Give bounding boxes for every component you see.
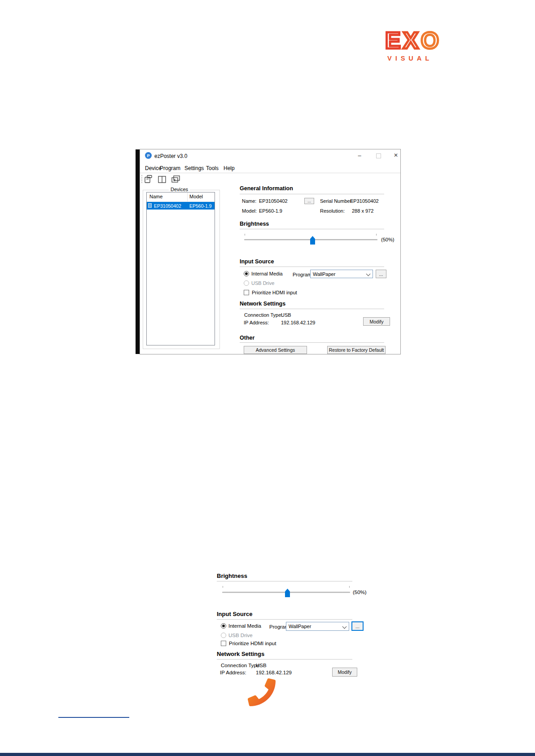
usb-drive-radio[interactable]: [221, 633, 226, 638]
section-title-network: Network Settings: [240, 301, 285, 307]
column-header-model[interactable]: Model: [189, 194, 203, 199]
section-title-input-source: Input Source: [240, 258, 274, 265]
internal-media-radio[interactable]: [221, 623, 226, 629]
brightness-value: (50%): [381, 237, 394, 242]
program-dropdown[interactable]: WallPaper: [310, 270, 373, 278]
logo-letter: X: [403, 27, 421, 53]
column-header-name[interactable]: Name: [149, 194, 162, 199]
device-model-cell: EP560-1.9: [189, 203, 212, 209]
menu-program[interactable]: Program: [160, 165, 180, 171]
program-dropdown-value: WallPaper: [289, 624, 311, 629]
section-rule: [217, 619, 352, 620]
logo-letter: O: [421, 27, 441, 53]
resolution-value: 288 x 972: [352, 208, 373, 214]
section-title-brightness: Brightness: [217, 572, 247, 579]
section-title-general: General Information: [240, 185, 293, 192]
settings-detail-figure: Brightness (50%) Input Source Internal M…: [217, 572, 372, 678]
model-value: EP560-1.9: [259, 208, 282, 214]
slider-tick: [223, 586, 223, 588]
menu-settings[interactable]: Settings: [184, 165, 204, 171]
ip-address-label: IP Address:: [244, 320, 269, 325]
logo-letter: E: [385, 27, 403, 53]
program-label: Program: [293, 272, 311, 277]
section-rule: [240, 309, 384, 309]
connection-type-label: Connection Type:: [221, 663, 261, 668]
section-rule: [240, 194, 384, 194]
ezposter-window: P ezPoster v3.0 – ✕ Device Program Setti…: [140, 149, 401, 354]
brightness-value: (50%): [353, 590, 367, 595]
name-label: Name:: [242, 198, 256, 204]
slider-tick: [376, 234, 377, 236]
ip-address-value: 192.168.42.129: [256, 670, 292, 675]
section-rule: [240, 267, 384, 267]
chevron-down-icon: [366, 272, 371, 276]
close-icon[interactable]: ✕: [392, 151, 400, 159]
section-rule: [240, 229, 384, 229]
serial-value: EP31050402: [350, 198, 379, 204]
device-name-cell: EP31050402: [154, 203, 181, 209]
menu-device[interactable]: Device: [145, 165, 162, 171]
hdmi-checkbox[interactable]: [221, 641, 226, 646]
usb-drive-label: USB Drive: [251, 280, 274, 286]
modify-button[interactable]: Modify: [363, 317, 390, 326]
serial-label: Serial Number:: [320, 198, 353, 204]
connection-type-label: Connection Type:: [244, 312, 282, 318]
screenshot-left-border: [136, 149, 140, 354]
hdmi-checkbox[interactable]: [244, 290, 249, 295]
logo-wordmark: EXO: [385, 29, 441, 52]
program-windows-icon[interactable]: [170, 174, 181, 185]
hdmi-label: Prioritize HDMI input: [252, 290, 297, 295]
slider-tick: [349, 586, 350, 588]
device-icon[interactable]: [143, 174, 154, 185]
restore-factory-button[interactable]: Restore to Factory Default: [327, 346, 386, 354]
display-icon: [148, 203, 152, 208]
brightness-slider-thumb[interactable]: [310, 236, 315, 245]
split-screen-icon[interactable]: [157, 174, 167, 185]
ip-address-label: IP Address:: [220, 670, 246, 675]
section-title-other: Other: [240, 335, 254, 341]
name-value: EP31050402: [259, 198, 288, 204]
chevron-down-icon: [342, 625, 347, 629]
section-rule: [217, 659, 352, 660]
model-label: Model:: [242, 208, 257, 214]
program-dropdown-value: WallPaper: [313, 271, 335, 277]
section-rule: [240, 342, 384, 343]
internal-media-label: Internal Media: [251, 271, 283, 276]
menu-separator: [140, 173, 400, 173]
internal-media-label: Internal Media: [228, 623, 261, 629]
edit-name-button[interactable]: ...: [304, 198, 314, 204]
hdmi-label: Prioritize HDMI input: [229, 641, 276, 646]
connection-type-value: USB: [256, 663, 267, 668]
phone-icon: [248, 678, 276, 706]
footer-bar: [0, 753, 535, 756]
ip-address-value: 192.168.42.129: [281, 320, 315, 325]
maximize-icon[interactable]: [376, 153, 381, 158]
footnote-rule: [58, 717, 129, 718]
section-title-input-source: Input Source: [217, 611, 252, 617]
devices-list[interactable]: Name Model EP31050402 EP560-1.9: [146, 192, 215, 345]
usb-drive-label: USB Drive: [228, 633, 253, 638]
section-title-network: Network Settings: [217, 651, 264, 657]
minimize-icon[interactable]: –: [355, 151, 364, 159]
manual-page: EXO VISUAL P ezPoster v3.0 – ✕ Device Pr…: [0, 0, 535, 756]
browse-program-button-highlighted[interactable]: ...: [351, 621, 364, 631]
exo-visual-logo: EXO VISUAL: [385, 29, 441, 52]
menu-help[interactable]: Help: [224, 165, 235, 171]
connection-type-value: USB: [281, 312, 291, 318]
toolbar-drag-handle[interactable]: [141, 175, 142, 183]
section-title-brightness: Brightness: [240, 221, 269, 227]
brightness-slider-thumb[interactable]: [285, 589, 290, 597]
internal-media-radio[interactable]: [244, 271, 249, 276]
device-row[interactable]: EP31050402 EP560-1.9: [147, 202, 215, 210]
modify-button[interactable]: Modify: [332, 668, 357, 677]
program-dropdown[interactable]: WallPaper: [286, 622, 349, 631]
browse-program-button[interactable]: ...: [376, 270, 386, 278]
advanced-settings-button[interactable]: Advanced Settings: [244, 346, 307, 354]
app-icon: P: [145, 152, 152, 159]
menu-tools[interactable]: Tools: [206, 165, 219, 171]
devices-groupbox-title: Devices: [169, 187, 190, 192]
usb-drive-radio[interactable]: [244, 280, 249, 286]
resolution-label: Resolution:: [320, 208, 345, 214]
section-rule: [217, 581, 352, 581]
window-title: ezPoster v3.0: [154, 153, 187, 159]
